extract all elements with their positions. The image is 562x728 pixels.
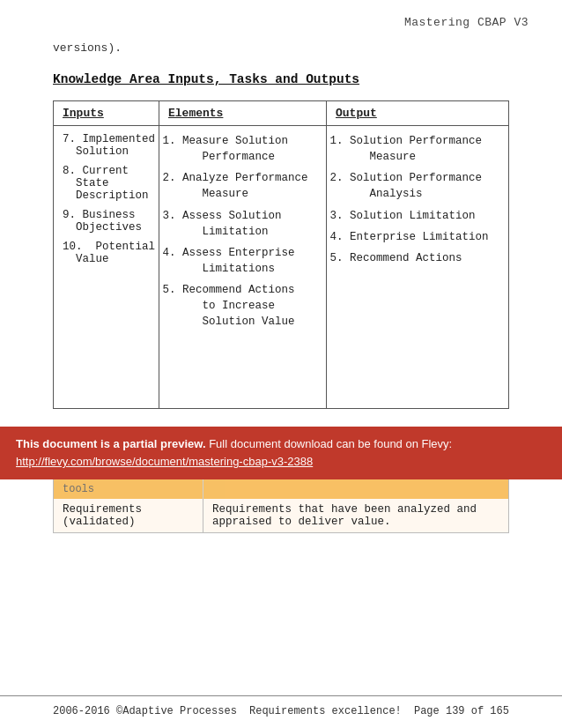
- input-item-1: 7. Implemented Solution: [63, 133, 150, 158]
- output-item-1: Solution Performance Measure: [350, 133, 499, 165]
- td-elements: Measure Solution Performance Analyze Per…: [159, 126, 327, 408]
- partial-bottom-right: Requirements that have been analyzed and…: [203, 499, 508, 532]
- element-item-2: Analyze Performance Measure: [182, 170, 317, 202]
- preview-banner-link[interactable]: http://flevy.com/browse/document/masteri…: [16, 455, 313, 468]
- output-item-5: Recommend Actions: [350, 250, 499, 266]
- top-text: versions).: [0, 34, 562, 63]
- section-title: Knowledge Area Inputs, Tasks and Outputs: [0, 63, 562, 95]
- table-body-row: 7. Implemented Solution 8. Current State…: [54, 126, 508, 408]
- input-item-3: 9. Business Objectives: [63, 209, 150, 234]
- preview-banner-text: Full document download can be found on F…: [206, 437, 453, 450]
- td-output: Solution Performance Measure Solution Pe…: [327, 126, 508, 408]
- partial-table-container: tools Requirements (validated) Requireme…: [53, 479, 509, 533]
- element-item-3: Assess Solution Limitation: [182, 208, 317, 240]
- input-item-2: 8. Current State Description: [63, 165, 150, 202]
- output-item-4: Enterprise Limitation: [350, 229, 499, 245]
- col-header-inputs: Inputs: [54, 101, 159, 125]
- partial-bottom-left: Requirements (validated): [54, 499, 203, 532]
- input-item-4: 10. Potential Value: [63, 241, 150, 265]
- footer-left: 2006-2016 ©Adaptive Processes: [53, 705, 237, 717]
- page-footer: 2006-2016 ©Adaptive Processes Requiremen…: [0, 695, 562, 728]
- page-header-title: Mastering CBAP V3: [0, 0, 562, 34]
- preview-banner: This document is a partial preview. Full…: [0, 427, 562, 479]
- partial-table-bottom-row: Requirements (validated) Requirements th…: [54, 499, 508, 532]
- col-header-output: Output: [327, 101, 508, 125]
- partial-table-top-row: tools: [54, 479, 508, 499]
- partial-top-right: [203, 479, 508, 499]
- preview-banner-bold: This document is a partial preview.: [16, 437, 206, 450]
- partial-top-left: tools: [54, 479, 203, 499]
- element-item-5: Recommend Actions to Increase Solution V…: [182, 282, 317, 330]
- main-table: Inputs Elements Output 7. Implemented So…: [53, 100, 509, 409]
- footer-right: Page 139 of 165: [414, 705, 509, 717]
- table-header-row: Inputs Elements Output: [54, 101, 508, 126]
- element-item-4: Assess Enterprise Limitations: [182, 245, 317, 277]
- output-item-2: Solution Performance Analysis: [350, 170, 499, 202]
- td-inputs: 7. Implemented Solution 8. Current State…: [54, 126, 159, 408]
- output-item-3: Solution Limitation: [350, 208, 499, 224]
- element-item-1: Measure Solution Performance: [182, 133, 317, 165]
- partial-table: tools Requirements (validated) Requireme…: [53, 479, 509, 533]
- col-header-elements: Elements: [159, 101, 327, 125]
- footer-center: Requirements excellence!: [249, 705, 402, 717]
